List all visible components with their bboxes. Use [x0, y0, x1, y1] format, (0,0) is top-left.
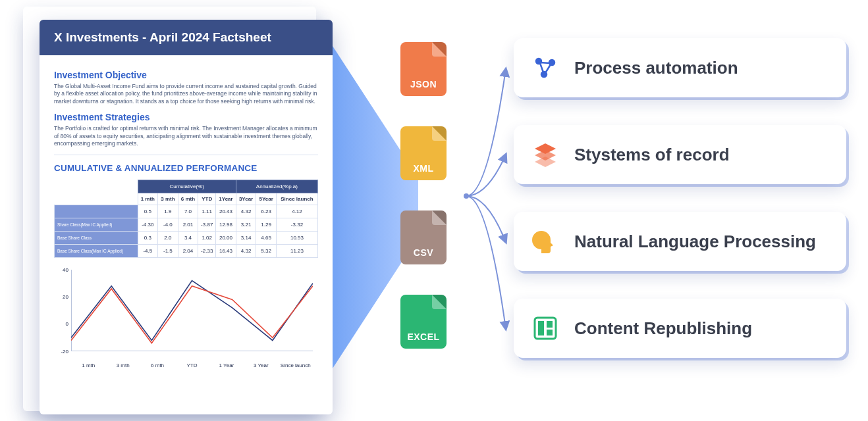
chart-xtick: 1 Year — [209, 362, 244, 368]
chart-xtick: YTD — [175, 362, 209, 368]
table-cell: 16.43 — [216, 244, 236, 257]
chart-series — [71, 280, 313, 340]
output-card-automation: Process automation — [514, 38, 846, 97]
performance-table: Cumulative(%) Annualized(%p.a) 1 mth 3 m… — [54, 180, 318, 258]
table-cell: 20.43 — [216, 205, 236, 218]
table-cell: 0.5 — [138, 205, 158, 218]
strategies-heading: Investment Strategies — [54, 112, 318, 122]
output-label: Content Republishing — [574, 318, 752, 339]
table-cell: 2.0 — [158, 231, 178, 244]
chart-lines — [71, 270, 313, 351]
format-csv-label: CSV — [400, 247, 447, 258]
output-label: Process automation — [574, 58, 738, 78]
chart-xtick: 3 mth — [105, 362, 140, 368]
table-cell: 11.23 — [276, 244, 317, 257]
format-json-label: JSON — [400, 79, 447, 89]
performance-chart: -2002040 1 mth3 mth6 mthYTD1 Year3 YearS… — [54, 270, 318, 368]
table-cell: -3.87 — [198, 218, 216, 231]
table-cell: 20.00 — [216, 231, 236, 244]
format-excel-label: EXCEL — [400, 332, 447, 342]
table-cell: 7.0 — [178, 205, 198, 218]
objective-heading: Investment Objective — [54, 70, 318, 80]
chart-xtick: 1 mth — [71, 362, 105, 368]
row-label: Base Share Class — [55, 231, 138, 244]
format-json: JSON — [400, 42, 447, 96]
strategies-body: The Portfolio is crafted for optimal ret… — [54, 125, 318, 147]
objective-body: The Global Multi-Asset Income Fund aims … — [54, 83, 318, 105]
svg-rect-9 — [538, 321, 544, 335]
table-cell: 2.01 — [178, 218, 198, 231]
layout-icon — [531, 314, 560, 343]
table-cell: -4.0 — [158, 218, 178, 231]
svg-rect-10 — [547, 321, 553, 328]
svg-rect-11 — [547, 330, 553, 335]
table-cell: 3.4 — [178, 231, 198, 244]
table-row: Base Share Class0.32.03.41.0220.003.144.… — [55, 231, 318, 244]
output-card-nlp: Natural Language Processing — [514, 212, 846, 271]
table-cell: 10.53 — [276, 231, 317, 244]
table-cell: -3.32 — [276, 218, 317, 231]
chart-ytick: 40 — [54, 266, 68, 272]
table-cell: 4.32 — [236, 244, 256, 257]
output-card-republish: Content Republishing — [514, 299, 846, 358]
chart-xtick: 6 mth — [140, 362, 175, 368]
table-cell: 1.9 — [158, 205, 178, 218]
format-excel: EXCEL — [400, 295, 447, 349]
table-cell: 1.11 — [198, 205, 216, 218]
performance-heading: CUMULATIVE & ANNUALIZED PERFORMANCE — [54, 163, 318, 173]
output-card-record: Stystems of record — [514, 125, 846, 184]
table-group-ann: Annualized(%p.a) — [236, 180, 317, 193]
table-cell: 6.23 — [256, 205, 277, 218]
chart-ytick: 20 — [54, 294, 68, 300]
table-row: Share Class(Max IC Applied)-4.30-4.02.01… — [55, 218, 318, 231]
table-cell: -1.5 — [158, 244, 178, 257]
table-cell: 4.32 — [236, 205, 256, 218]
chart-ytick: -20 — [54, 348, 68, 354]
format-csv: CSV — [400, 210, 447, 264]
table-cell: 5.32 — [256, 244, 277, 257]
chart-xtick: Since launch — [279, 362, 313, 368]
table-cell: 4.12 — [276, 205, 317, 218]
table-cell: 1.02 — [198, 231, 216, 244]
table-header-row: 1 mth 3 mth 6 mth YTD 1Year 3Year 5Year … — [55, 193, 318, 205]
table-cell: 3.14 — [236, 231, 256, 244]
row-label: Base Share Class(Max IC Applied) — [55, 244, 138, 257]
chart-ytick: 0 — [54, 321, 68, 327]
output-label: Stystems of record — [574, 145, 730, 165]
factsheet-document: X Investments - April 2024 Factsheet Inv… — [40, 20, 333, 414]
table-row: Base Share Class(Max IC Applied)-4.5-1.5… — [55, 244, 318, 257]
nodes-icon — [531, 53, 560, 82]
table-cell: 1.29 — [256, 218, 277, 231]
row-label — [55, 205, 138, 218]
table-group-cum: Cumulative(%) — [138, 180, 236, 193]
table-cell: -4.5 — [138, 244, 158, 257]
head-icon — [531, 227, 560, 256]
table-cell: 12.98 — [216, 218, 236, 231]
output-label: Natural Language Processing — [574, 232, 816, 252]
format-xml-label: XML — [400, 163, 447, 174]
connector-arrows — [461, 33, 514, 382]
svg-marker-7 — [535, 157, 556, 167]
table-cell: -2.33 — [198, 244, 216, 257]
divider — [54, 155, 318, 155]
table-row: 0.51.97.01.1120.434.326.234.12 — [55, 205, 318, 218]
row-label: Share Class(Max IC Applied) — [55, 218, 138, 231]
table-cell: 4.65 — [256, 231, 277, 244]
svg-point-1 — [464, 193, 469, 199]
table-cell: 0.3 — [138, 231, 158, 244]
table-cell: -4.30 — [138, 218, 158, 231]
format-xml: XML — [400, 126, 447, 180]
layers-icon — [531, 140, 560, 169]
svg-rect-8 — [535, 318, 556, 339]
chart-xlabels: 1 mth3 mth6 mthYTD1 Year3 YearSince laun… — [71, 362, 313, 368]
table-cell: 3.21 — [236, 218, 256, 231]
table-cell: 2.04 — [178, 244, 198, 257]
chart-xtick: 3 Year — [244, 362, 278, 368]
document-title: X Investments - April 2024 Factsheet — [40, 20, 333, 55]
